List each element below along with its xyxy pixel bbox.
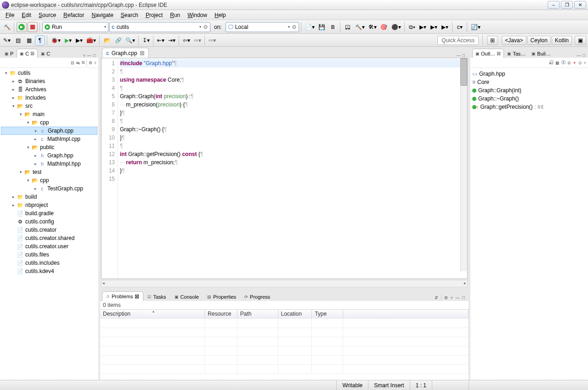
left-tab-c-project[interactable]: ▣C ⊠ bbox=[17, 49, 38, 58]
outline-tab[interactable]: ▣Buil… bbox=[529, 50, 553, 58]
search-icon[interactable]: 🔍▾ bbox=[124, 35, 136, 45]
problems-col-resource[interactable]: Resource bbox=[205, 310, 237, 318]
vertical-scrollbar[interactable] bbox=[460, 58, 467, 271]
code-editor[interactable]: 123456789101112131415 #include "Graph.hp… bbox=[101, 58, 468, 279]
menu-source[interactable]: Source bbox=[35, 11, 60, 19]
config-icon[interactable]: ⚙ bbox=[444, 295, 448, 300]
menu-window[interactable]: Window bbox=[184, 11, 211, 19]
problems-col-extra[interactable] bbox=[343, 310, 469, 318]
close-icon[interactable]: ⊠ bbox=[30, 50, 34, 56]
view-config-icon[interactable]: ⚙ bbox=[89, 61, 92, 65]
menu-project[interactable]: Project bbox=[142, 11, 166, 19]
tree-node-cutils-creator-user[interactable]: 📄cutils.creator.user bbox=[1, 242, 97, 251]
bottom-tab-tasks[interactable]: ☑Tasks bbox=[143, 292, 170, 301]
code-line-9[interactable]: Graph::~Graph()·{¶ bbox=[120, 125, 465, 134]
project-combo[interactable]: c cutils ▾ ⚙ bbox=[109, 22, 210, 32]
code-line-1[interactable]: #include "Graph.hpp"¶ bbox=[120, 59, 465, 67]
outline-tree[interactable]: ▭Graph.hpp≡CoreGraph::Graph(int)Graph::~… bbox=[470, 68, 588, 380]
edit-icon[interactable]: ✎▾ bbox=[2, 35, 12, 45]
min-icon[interactable]: — bbox=[456, 295, 460, 300]
code-line-13[interactable]: ····return·m_precision;¶ bbox=[120, 158, 465, 167]
outline-item[interactable]: Graph::~Graph() bbox=[472, 95, 586, 103]
tree-node-build-gradle[interactable]: 📄build.gradle bbox=[1, 209, 97, 217]
build-target-icon[interactable]: 🔨▾ bbox=[354, 22, 366, 32]
tree-node-testgraph-cpp[interactable]: ▸cTestGraph.cpp bbox=[1, 184, 97, 193]
tree-node-cutils-kdev4[interactable]: 📄cutils.kdev4 bbox=[1, 267, 97, 275]
prev-icon[interactable]: ⇤▾ bbox=[156, 35, 166, 45]
code-line-3[interactable]: using·namespace·Core;¶ bbox=[120, 76, 465, 84]
code-line-8[interactable]: ¶ bbox=[120, 117, 465, 125]
focus-icon[interactable]: ⊙ bbox=[578, 61, 582, 65]
block-icon[interactable]: ▤ bbox=[13, 35, 23, 45]
max-icon[interactable]: □ bbox=[583, 53, 585, 58]
tree-node-cutils-creator-shared[interactable]: 📄cutils.creator.shared bbox=[1, 234, 97, 242]
run-green-icon[interactable]: ▶▾ bbox=[63, 35, 73, 45]
hide-local-icon[interactable]: ✶ bbox=[573, 61, 577, 65]
coverage-icon[interactable]: ▶▾ bbox=[429, 22, 439, 32]
bottom-tab-console[interactable]: ▣Console bbox=[170, 292, 203, 301]
close-tab-icon[interactable]: ⊠ bbox=[140, 50, 145, 56]
tree-node-binaries[interactable]: ▸⧉Binaries bbox=[1, 77, 97, 85]
save-icon[interactable]: 💾 bbox=[317, 22, 327, 32]
tree-node-mathimpl-cpp[interactable]: ▸cMathImpl.cpp bbox=[1, 135, 97, 143]
problems-col-location[interactable]: Location bbox=[278, 310, 312, 318]
code-line-4[interactable]: ¶ bbox=[120, 84, 465, 92]
view-menu3-icon[interactable]: ▿ bbox=[451, 295, 453, 300]
code-line-14[interactable]: }¶ bbox=[120, 167, 465, 175]
maximize-view-icon[interactable]: □ bbox=[93, 53, 96, 58]
max-icon[interactable]: □ bbox=[463, 295, 465, 300]
collapse-all-icon[interactable]: ⊟ bbox=[71, 61, 74, 65]
bottom-tab-progress[interactable]: ⟳Progress bbox=[240, 292, 274, 301]
back-icon[interactable]: ⇦▾ bbox=[181, 35, 192, 45]
code-line-12[interactable]: int·Graph::getPrecision()·const·{¶ bbox=[120, 150, 465, 158]
fwd-icon[interactable]: ⇨▾ bbox=[192, 35, 203, 45]
tree-node-graph-cpp[interactable]: ▸cGraph.cpp bbox=[1, 127, 97, 135]
code-line-2[interactable]: ¶ bbox=[120, 67, 465, 76]
tree-node-src[interactable]: ▾📂src bbox=[1, 102, 97, 110]
tree-node-archives[interactable]: ▸🗄Archives bbox=[1, 85, 97, 94]
view-menu2-icon[interactable]: ▿ bbox=[94, 61, 96, 65]
outline-icon[interactable]: ▦ bbox=[24, 35, 34, 45]
menu-refactor[interactable]: Refactor bbox=[60, 11, 88, 19]
menu-file[interactable]: File bbox=[2, 11, 18, 19]
code-line-6[interactable]: ····m_precision(precision)·{¶ bbox=[120, 100, 465, 109]
step-icon[interactable]: ↧▾ bbox=[141, 35, 151, 45]
open-folder-icon[interactable]: 📂 bbox=[102, 35, 112, 45]
outline-item[interactable]: ▭Graph.hpp bbox=[472, 70, 586, 78]
run-icon[interactable]: ▶ bbox=[18, 24, 25, 30]
code-line-15[interactable] bbox=[120, 175, 465, 183]
code-line-11[interactable]: ¶ bbox=[120, 142, 465, 150]
menu-search[interactable]: Search bbox=[117, 11, 142, 19]
editor-max-icon[interactable]: □ bbox=[463, 53, 465, 58]
debug-icon[interactable]: 🐞▾ bbox=[50, 35, 62, 45]
link-editor-icon[interactable]: ⇆ bbox=[76, 61, 80, 65]
tree-node-cutils-creator[interactable]: 📄cutils.creator bbox=[1, 226, 97, 234]
target-combo[interactable]: 🖵 Local ▾ ⚙ bbox=[226, 22, 299, 32]
open-type-icon[interactable]: 🕮 bbox=[343, 22, 353, 32]
whitespace-icon[interactable]: ¶ bbox=[35, 35, 45, 45]
refresh-icon[interactable]: 🔄▾ bbox=[469, 22, 482, 32]
run-test-icon[interactable]: ▶▾ bbox=[418, 22, 428, 32]
outline-item[interactable]: ≡Core bbox=[472, 78, 586, 86]
tree-node-graph-hpp[interactable]: ▸hGraph.hpp bbox=[1, 151, 97, 160]
tree-node-build[interactable]: ▸📁build bbox=[1, 193, 97, 201]
outline-menu-icon[interactable]: ▿ bbox=[584, 61, 586, 65]
sort-icon[interactable]: a͞z bbox=[549, 61, 554, 65]
tree-node-cutils-files[interactable]: 📄cutils.files bbox=[1, 251, 97, 259]
next-icon[interactable]: ⇥▾ bbox=[167, 35, 177, 45]
problems-col-type[interactable]: Type bbox=[312, 310, 343, 318]
view-menu-icon[interactable]: ▿ bbox=[83, 53, 85, 58]
filter-icon[interactable]: ⧉ bbox=[82, 60, 85, 65]
minimize-button[interactable]: – bbox=[548, 1, 560, 9]
menu-run[interactable]: Run bbox=[166, 11, 184, 19]
project-tree[interactable]: ▾📁cutils▸⧉Binaries▸🗄Archives▸📁Includes▾📂… bbox=[0, 68, 98, 380]
problems-table[interactable]: Description▴ResourcePathLocationType bbox=[100, 309, 469, 380]
link-icon[interactable]: 🔗 bbox=[113, 35, 123, 45]
perspective-ceylon[interactable]: Ceylon bbox=[527, 36, 551, 45]
editor-min-icon[interactable]: — bbox=[457, 53, 461, 58]
problems-col-description[interactable]: Description▴ bbox=[100, 310, 205, 318]
save-all-icon[interactable]: 🗎 bbox=[328, 22, 338, 32]
tree-node-test[interactable]: ▾📂test bbox=[1, 168, 97, 176]
open-perspective-icon[interactable]: ⊞ bbox=[487, 36, 498, 45]
close-button[interactable]: ✕ bbox=[574, 1, 586, 9]
